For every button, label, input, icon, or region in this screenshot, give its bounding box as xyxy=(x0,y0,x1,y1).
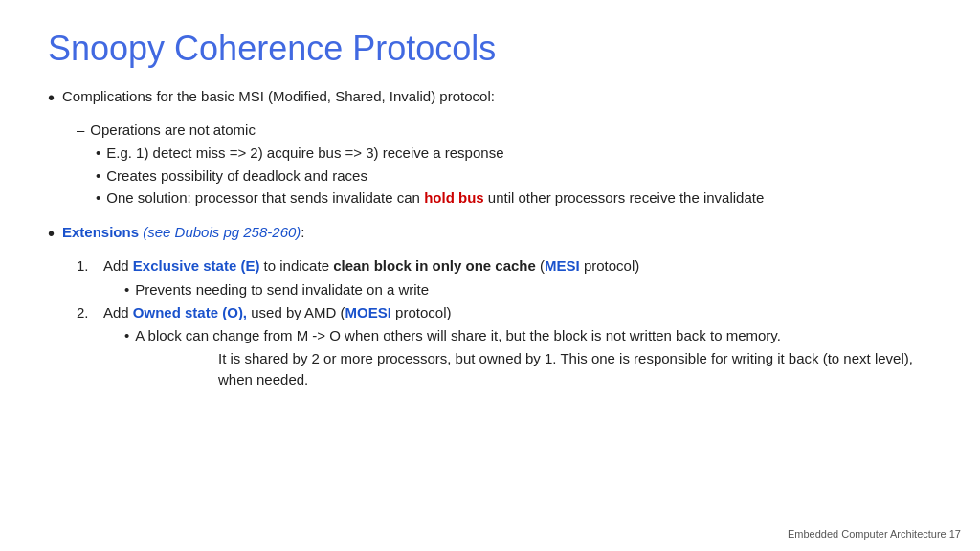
numbered-1-sub-text: Prevents needing to send invalidate on a… xyxy=(135,279,429,300)
slide-title: Snoopy Coherence Protocols xyxy=(48,29,932,69)
extensions-colon: : xyxy=(301,224,304,240)
slide: Snoopy Coherence Protocols • Complicatio… xyxy=(0,0,980,551)
bullet-dot-extensions: • xyxy=(48,220,55,248)
numbered-item-1: 1. Add Exclusive state (E) to indicate c… xyxy=(77,255,932,276)
extensions-label: Extensions xyxy=(62,224,139,240)
dash-symbol: – xyxy=(77,120,84,141)
sub-dot-n1: • xyxy=(124,279,129,300)
numbered-2-sub-1: • A block can change from M -> O when ot… xyxy=(124,325,932,346)
sub-bullet-3-prefix: One solution: processor that sends inval… xyxy=(106,189,424,206)
numbered-1-text: Add Exclusive state (E) to indicate clea… xyxy=(103,255,639,276)
n1-middle: to indicate xyxy=(259,257,333,274)
main-bullet-text: Complications for the basic MSI (Modifie… xyxy=(62,86,495,107)
numbered-2-sub-2: It is shared by 2 or more processors, bu… xyxy=(144,348,932,390)
extensions-italic: (see Dubois pg 258-260) xyxy=(139,224,301,240)
n1-prefix: Add xyxy=(103,257,133,274)
num-1: 1. xyxy=(77,255,103,276)
sub-bullet-1-text: E.g. 1) detect miss => 2) acquire bus =>… xyxy=(106,143,503,164)
sub-bullet-3-container: One solution: processor that sends inval… xyxy=(106,187,764,209)
extensions-bullet: • Extensions (see Dubois pg 258-260): xyxy=(48,222,932,248)
exclusive-state-highlight: Exclusive state (E) xyxy=(133,257,260,274)
numbered-1-container: 1. Add Exclusive state (E) to indicate c… xyxy=(77,255,932,300)
numbered-1-sub: • Prevents needing to send invalidate on… xyxy=(124,279,932,300)
moesi-highlight: MOESI xyxy=(345,304,391,320)
num-2: 2. xyxy=(77,302,103,323)
numbered-item-2: 2. Add Owned state (O), used by AMD (MOE… xyxy=(77,302,932,323)
numbered-2-container: 2. Add Owned state (O), used by AMD (MOE… xyxy=(77,302,932,390)
footer: Embedded Computer Architecture 17 xyxy=(788,528,961,540)
bullet-dot-main: • xyxy=(48,84,55,112)
extensions-line: Extensions (see Dubois pg 258-260): xyxy=(62,222,304,243)
extensions-section: • Extensions (see Dubois pg 258-260): 1.… xyxy=(48,222,932,390)
sub-bullet-3-suffix: until other processors receive the inval… xyxy=(484,189,765,206)
sub-bullet-2-text: Creates possibility of deadlock and race… xyxy=(106,165,368,187)
dash-item: – Operations are not atomic xyxy=(77,120,932,141)
n1-paren-prefix: ( xyxy=(536,257,545,274)
dash-text: Operations are not atomic xyxy=(90,120,256,141)
numbered-2-sub-1-text: A block can change from M -> O when othe… xyxy=(135,325,781,346)
content-area: • Complications for the basic MSI (Modif… xyxy=(48,86,932,390)
n2-middle: used by AMD ( xyxy=(247,304,345,320)
numbered-2-sub-2-text: It is shared by 2 or more processors, bu… xyxy=(218,350,913,387)
numbered-2-text: Add Owned state (O), used by AMD (MOESI … xyxy=(103,302,451,323)
mesi-highlight: MESI xyxy=(545,257,580,274)
sub-dot-1: • xyxy=(96,143,100,164)
owned-state-highlight: Owned state (O), xyxy=(133,304,247,320)
n1-paren-suffix: protocol) xyxy=(580,257,640,274)
sub-bullet-2: • Creates possibility of deadlock and ra… xyxy=(96,165,932,187)
main-bullet: • Complications for the basic MSI (Modif… xyxy=(48,86,932,112)
sub-dot-2: • xyxy=(96,165,100,187)
n2-paren-suffix: protocol) xyxy=(391,304,452,320)
sub-bullet-3: • One solution: processor that sends inv… xyxy=(96,187,932,209)
hold-bus-highlight: hold bus xyxy=(424,189,484,206)
sub-bullet-1: • E.g. 1) detect miss => 2) acquire bus … xyxy=(96,143,932,164)
sub-dot-n2-1: • xyxy=(124,325,129,346)
n2-prefix: Add xyxy=(103,304,133,320)
sub-dot-3: • xyxy=(96,187,100,209)
clean-block-text: clean block in only one cache xyxy=(333,257,536,274)
sub-bullets-container: • E.g. 1) detect miss => 2) acquire bus … xyxy=(96,143,932,209)
